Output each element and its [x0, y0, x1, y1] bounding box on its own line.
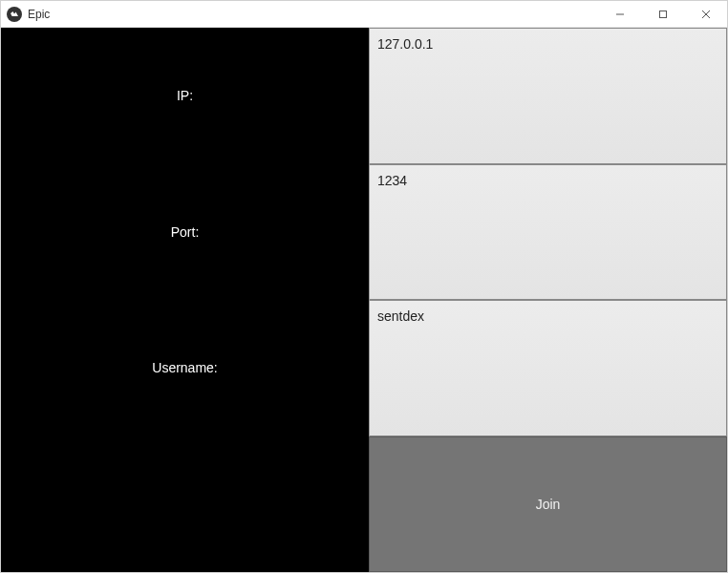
- window-controls: [598, 1, 727, 27]
- maximize-icon: [658, 10, 668, 19]
- port-label: Port:: [1, 164, 369, 301]
- minimize-button[interactable]: [598, 1, 641, 27]
- join-cell: Join: [369, 436, 727, 573]
- app-window: Epic IP: Port: Username: Join: [0, 0, 728, 573]
- app-icon: [7, 7, 22, 22]
- ip-label: IP:: [1, 28, 369, 164]
- username-input[interactable]: [370, 301, 726, 435]
- titlebar: Epic: [1, 1, 727, 28]
- port-input-cell: [369, 164, 727, 301]
- port-input[interactable]: [370, 165, 726, 300]
- close-icon: [701, 10, 711, 19]
- form-grid: IP: Port: Username: Join: [1, 28, 727, 572]
- minimize-icon: [615, 10, 625, 19]
- svg-rect-1: [659, 11, 666, 17]
- username-input-cell: [369, 300, 727, 436]
- username-label: Username:: [1, 300, 369, 436]
- window-title: Epic: [28, 8, 50, 21]
- maximize-button[interactable]: [641, 1, 684, 27]
- close-button[interactable]: [684, 1, 727, 27]
- empty-cell: [1, 436, 369, 573]
- ip-input[interactable]: [370, 29, 726, 163]
- join-button[interactable]: Join: [369, 436, 727, 573]
- ip-input-cell: [369, 28, 727, 164]
